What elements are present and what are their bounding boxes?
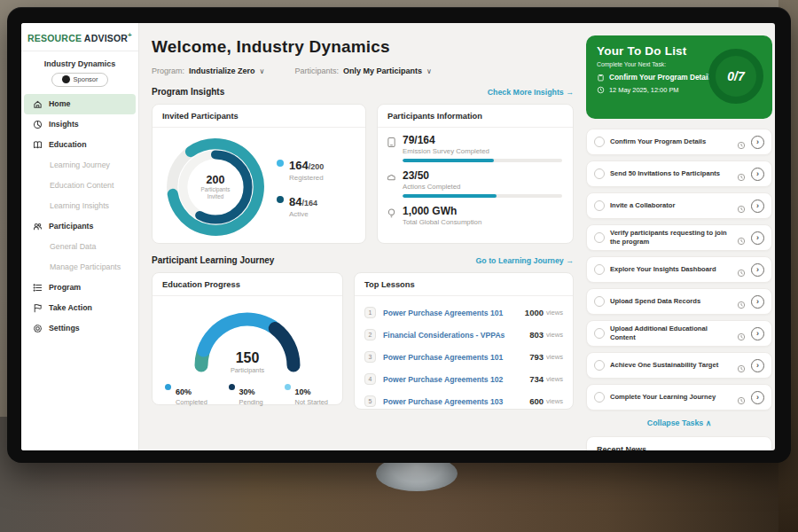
sidebar-item-learning-journey[interactable]: Learning Journey — [21, 155, 138, 176]
chevron-down-icon: ∨ — [426, 67, 432, 75]
brand-primary: RESOURCE — [27, 33, 82, 43]
todo-progress-ring: 0/7 — [708, 49, 763, 104]
recent-news-card: Recent News — [586, 436, 772, 450]
stat-row-emission-survey: 79/164 Emission Survey Completed — [387, 134, 562, 162]
task-go-button[interactable]: › — [751, 327, 764, 340]
sidebar: RESOURCE ADVISOR+ Industry Dynamics Spon… — [21, 23, 139, 450]
task-go-button[interactable]: › — [751, 295, 764, 309]
task-go-button[interactable]: › — [751, 231, 764, 245]
stat-label: Emission Survey Completed — [403, 147, 562, 155]
program-dropdown[interactable]: Program: Industrialize Zero ∨ — [152, 66, 264, 75]
task-item[interactable]: Confirm Your Program Details › — [586, 129, 772, 155]
sidebar-item-program[interactable]: Program — [21, 278, 138, 298]
task-item[interactable]: Invite a Collaborator › — [586, 192, 772, 219]
chevron-down-icon: ∨ — [260, 67, 265, 75]
chevron-right-icon: › — [756, 169, 759, 178]
clock-icon — [737, 201, 746, 210]
todo-progress-value: 0/7 — [727, 69, 744, 83]
clock-icon — [737, 169, 746, 178]
sidebar-item-insights[interactable]: Insights — [21, 114, 138, 135]
sidebar-item-home[interactable]: Home — [24, 94, 136, 114]
chevron-right-icon: › — [756, 265, 759, 274]
task-checkbox[interactable] — [594, 392, 605, 403]
task-item[interactable]: Upload Spend Data Records › — [586, 288, 772, 315]
sidebar-item-general-data[interactable]: General Data — [21, 237, 138, 257]
brand-secondary: ADVISOR — [84, 33, 128, 43]
legend-label: Registered — [289, 174, 324, 182]
sidebar-item-settings[interactable]: Settings — [21, 318, 138, 339]
task-item[interactable]: Upload Additional Educational Content › — [586, 320, 772, 347]
check-more-insights-link[interactable]: Check More Insights → — [488, 88, 574, 97]
task-checkbox[interactable] — [594, 232, 605, 243]
gauge-center-value: 150 — [185, 350, 309, 366]
lesson-views: 803 — [529, 330, 544, 340]
task-go-button[interactable]: › — [751, 359, 764, 372]
program-insights-header: Program Insights Check More Insights → — [152, 87, 574, 97]
todo-header-card: Your To Do List Complete Your Next Task:… — [586, 35, 772, 119]
lesson-link[interactable]: Power Purchase Agreements 102 — [383, 375, 529, 384]
todo-next-due-label: 12 May 2025, 12:00 PM — [609, 86, 678, 94]
invited-participants-card: Invited Participants 200 Participants I — [152, 104, 366, 244]
sponsor-badge-icon — [62, 75, 70, 83]
sidebar-item-label: General Data — [50, 242, 96, 251]
task-checkbox[interactable] — [594, 200, 605, 211]
task-checkbox[interactable] — [594, 264, 605, 275]
sidebar-item-education-content[interactable]: Education Content — [21, 176, 138, 196]
card-title: Invited Participants — [153, 105, 365, 128]
stat-label: Total Global Consumption — [403, 218, 562, 226]
legend-total: /200 — [309, 162, 325, 171]
sidebar-item-label: Participants — [49, 222, 93, 231]
sidebar-item-education[interactable]: Education — [21, 135, 138, 155]
chevron-right-icon: › — [756, 233, 759, 242]
lesson-link[interactable]: Power Purchase Agreements 103 — [383, 397, 529, 406]
todo-task-list: Confirm Your Program Details › Send 50 I… — [586, 129, 772, 411]
lesson-link[interactable]: Power Purchase Agreements 101 — [383, 309, 525, 317]
task-go-button[interactable]: › — [751, 168, 764, 181]
task-item[interactable]: Send 50 Invitations to Participants › — [586, 160, 772, 187]
clock-icon — [737, 233, 746, 242]
task-checkbox[interactable] — [594, 168, 605, 179]
sidebar-item-participants[interactable]: Participants — [21, 216, 138, 237]
task-go-button[interactable]: › — [751, 263, 764, 277]
sidebar-item-learning-insights[interactable]: Learning Insights — [21, 196, 138, 216]
task-item[interactable]: Verify participants requesting to join t… — [586, 224, 772, 251]
task-checkbox[interactable] — [594, 328, 605, 339]
lesson-link[interactable]: Power Purchase Agreements 101 — [383, 353, 529, 362]
sidebar-item-take-action[interactable]: Take Action — [21, 298, 138, 318]
lesson-rank: 4 — [364, 373, 376, 385]
task-go-button[interactable]: › — [751, 391, 764, 404]
lesson-link[interactable]: Financial Considerations - VPPAs — [383, 331, 529, 340]
progress-bar-fill — [403, 194, 497, 198]
program-value: Industrialize Zero — [189, 66, 255, 75]
task-go-button[interactable]: › — [751, 200, 764, 213]
legend-value: 30% — [239, 387, 255, 396]
task-checkbox[interactable] — [594, 137, 605, 147]
card-title: Education Progress — [153, 273, 342, 296]
gauge-legend: 60% Completed 30% Pending 10% Not Starte… — [153, 374, 342, 406]
task-label: Invite a Collaborator — [610, 201, 732, 210]
sidebar-item-manage-participants[interactable]: Manage Participants — [21, 257, 138, 278]
collapse-tasks-link[interactable]: Collapse Tasks ∧ — [586, 419, 772, 427]
task-item[interactable]: Complete Your Learning Journey › — [586, 384, 772, 411]
stat-value: 79/164 — [403, 134, 562, 146]
lesson-rank: 3 — [364, 351, 376, 363]
task-go-button[interactable]: › — [751, 136, 764, 149]
task-checkbox[interactable] — [594, 360, 605, 371]
lesson-rank: 5 — [364, 395, 376, 407]
sidebar-item-label: Education Content — [50, 181, 113, 190]
task-item[interactable]: Achieve One Sustainability Target › — [586, 352, 772, 379]
task-checkbox[interactable] — [594, 296, 605, 307]
sidebar-item-label: Manage Participants — [50, 262, 121, 271]
participants-icon — [33, 222, 43, 231]
stat-row-consumption: 1,000 GWh Total Global Consumption — [387, 205, 562, 226]
task-item[interactable]: Explore Your Insights Dashboard › — [586, 256, 772, 283]
chevron-right-icon: › — [756, 393, 759, 402]
clipboard-icon — [597, 74, 605, 82]
collapse-up-icon: ∧ — [706, 419, 711, 427]
go-to-learning-journey-link[interactable]: Go to Learning Journey → — [476, 256, 574, 265]
sidebar-item-label: Learning Insights — [50, 201, 109, 210]
sidebar-item-label: Insights — [49, 120, 79, 129]
stat-label: Actions Completed — [403, 183, 562, 191]
legend-value: 164 — [289, 159, 309, 172]
participants-dropdown[interactable]: Participants: Only My Participants ∨ — [294, 66, 431, 75]
